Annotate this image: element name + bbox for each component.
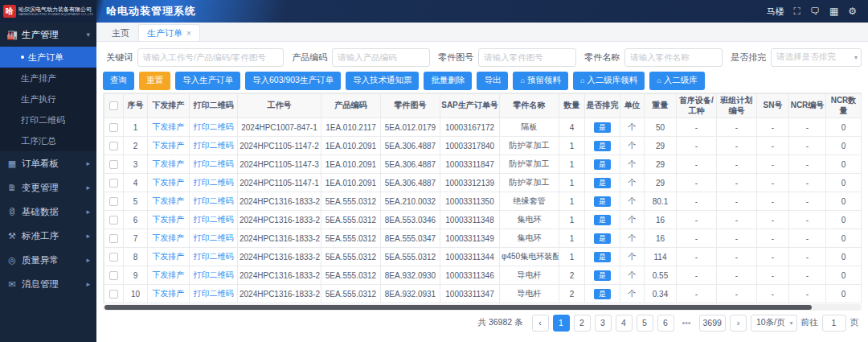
tab-主页[interactable]: 主页: [103, 24, 138, 41]
print-qrcode-link[interactable]: 打印二维码: [190, 211, 238, 229]
filter-select-是否排完[interactable]: 请选择是否排完▾: [771, 48, 862, 67]
page-button-2[interactable]: 2: [574, 315, 591, 332]
print-qrcode-link[interactable]: 打印二维码: [190, 118, 238, 137]
row-checkbox[interactable]: [109, 253, 118, 262]
filter-input-零件图号[interactable]: [478, 48, 576, 67]
dispatch-link[interactable]: 下发排产: [148, 137, 190, 155]
cell-part_no: 8EA.553.0346: [381, 211, 440, 229]
导出-button[interactable]: 导出: [477, 72, 508, 90]
column-header-product_code: 产品编码: [321, 94, 381, 118]
table-row: 7下发排产打印二维码2024HPC1316-1833-25EA.555.0312…: [104, 229, 862, 248]
print-qrcode-link[interactable]: 打印二维码: [190, 174, 238, 192]
row-checkbox[interactable]: [109, 290, 118, 299]
导入生产订单-button[interactable]: 导入生产订单: [175, 72, 240, 90]
重置-button[interactable]: 重置: [139, 72, 170, 90]
cell-first_device: -: [677, 266, 717, 285]
goto-page-input[interactable]: [822, 315, 846, 332]
page-button-•••[interactable]: •••: [678, 315, 695, 332]
dispatch-link[interactable]: 下发排产: [148, 211, 190, 229]
print-qrcode-link[interactable]: 打印二维码: [190, 137, 238, 155]
button-label: 查询: [110, 75, 127, 86]
sidebar-item-订单看板[interactable]: ▦订单看板▸: [0, 151, 96, 175]
sidebar-item-质量异常[interactable]: ◎质量异常▸: [0, 248, 96, 272]
fullscreen-icon[interactable]: ⛶: [793, 6, 800, 17]
入二级库-button[interactable]: ⌂入二级库: [649, 72, 704, 90]
apps-grid-icon[interactable]: ▦: [829, 6, 838, 17]
sidebar-subitem-生产排产[interactable]: 生产排产: [0, 68, 96, 89]
cell-check: [104, 211, 124, 229]
page-button-6[interactable]: 6: [657, 315, 674, 332]
row-checkbox[interactable]: [109, 234, 118, 243]
sidebar-subitem-工序汇总[interactable]: 工序汇总: [0, 130, 96, 151]
row-checkbox[interactable]: [109, 142, 118, 150]
row-checkbox[interactable]: [109, 160, 118, 169]
horizontal-scrollbar[interactable]: [103, 304, 862, 311]
page-button-5[interactable]: 5: [637, 315, 653, 332]
cell-weight: 80.1: [645, 192, 677, 211]
scrollbar-thumb[interactable]: [104, 305, 812, 310]
cell-work_no: 2024HPC1007-847-1: [238, 118, 321, 137]
导入603/903生产订单-button[interactable]: 导入603/903生产订单: [245, 72, 341, 90]
next-page-button[interactable]: ›: [730, 315, 747, 332]
dispatch-link[interactable]: 下发排产: [148, 192, 190, 211]
dispatch-link[interactable]: 下发排产: [148, 285, 190, 303]
page-button-3[interactable]: 3: [595, 315, 612, 332]
sidebar-item-变更管理[interactable]: 🗎变更管理▸: [0, 175, 96, 200]
filter-input-关键词[interactable]: [137, 48, 284, 67]
page-button-3699[interactable]: 3699: [699, 315, 726, 332]
sidebar-item-基础数据[interactable]: 🛢基础数据▸: [0, 200, 96, 224]
cell-seq: 5: [124, 192, 148, 211]
dispatch-link[interactable]: 下发排产: [148, 155, 190, 174]
filter-input-零件名称[interactable]: [624, 48, 723, 67]
导入技术通知票-button[interactable]: 导入技术通知票: [346, 72, 420, 90]
cell-part_name: 防护罩加工: [500, 174, 559, 192]
dispatch-link[interactable]: 下发排产: [148, 266, 190, 285]
print-qrcode-link[interactable]: 打印二维码: [190, 155, 238, 174]
dispatch-link[interactable]: 下发排产: [148, 229, 190, 248]
filter-input-产品编码[interactable]: [332, 48, 430, 67]
print-qrcode-link[interactable]: 打印二维码: [190, 192, 238, 211]
sidebar-item-标准工序[interactable]: ⚒标准工序▸: [0, 224, 96, 248]
print-qrcode-link[interactable]: 打印二维码: [190, 229, 238, 248]
notification-icon[interactable]: 🗨: [810, 6, 820, 17]
cell-sap_no: 10003311349: [440, 229, 500, 248]
dispatch-link[interactable]: 下发排产: [148, 174, 190, 192]
sidebar-subitem-生产订单[interactable]: 生产订单: [0, 47, 96, 68]
预留领料-button[interactable]: ⌂预留领料: [513, 72, 567, 90]
prev-page-button[interactable]: ‹: [532, 315, 549, 332]
cell-qty: 1: [559, 229, 585, 248]
cell-remark: -: [862, 137, 862, 155]
column-header-plan_no: 班组计划编号: [717, 94, 757, 118]
sidebar-menu: 🏭生产管理▾生产订单生产排产生产执行打印二维码工序汇总▦订单看板▸🗎变更管理▸🛢…: [0, 23, 96, 296]
row-checkbox[interactable]: [109, 216, 118, 225]
row-checkbox[interactable]: [109, 197, 118, 206]
cell-work_no: 2024HPC1105-1147-1: [238, 174, 321, 192]
sidebar-item-消息管理[interactable]: ✉消息管理▸: [0, 272, 96, 296]
print-qrcode-link[interactable]: 打印二维码: [190, 266, 238, 285]
查询-button[interactable]: 查询: [103, 72, 134, 90]
page-button-1[interactable]: 1: [553, 315, 570, 332]
print-qrcode-link[interactable]: 打印二维码: [190, 285, 238, 303]
sidebar-subitem-生产执行[interactable]: 生产执行: [0, 89, 96, 109]
dispatch-link[interactable]: 下发排产: [148, 118, 190, 137]
sidebar-subitem-label: 生产执行: [21, 93, 56, 105]
row-checkbox[interactable]: [109, 271, 118, 280]
cell-weight: 29: [645, 155, 677, 174]
入二级库领料-button[interactable]: ⌂入二级库领料: [573, 72, 645, 90]
sidebar-item-生产管理[interactable]: 🏭生产管理▾: [0, 23, 96, 47]
cell-weight: 50: [645, 118, 677, 137]
cell-unit: 个: [620, 137, 645, 155]
username[interactable]: 马楼: [766, 6, 784, 18]
page-size-select[interactable]: 10条/页 ▾: [751, 315, 797, 332]
close-icon[interactable]: ×: [186, 29, 191, 38]
dispatch-link[interactable]: 下发排产: [148, 248, 190, 266]
批量删除-button[interactable]: 批量删除: [424, 72, 472, 90]
print-qrcode-link[interactable]: 打印二维码: [190, 248, 238, 266]
page-button-4[interactable]: 4: [616, 315, 633, 332]
sidebar-subitem-打印二维码[interactable]: 打印二维码: [0, 109, 96, 130]
select-all-checkbox[interactable]: [109, 101, 118, 110]
row-checkbox[interactable]: [109, 123, 118, 132]
tab-生产订单[interactable]: 生产订单×: [138, 24, 200, 41]
row-checkbox[interactable]: [109, 179, 118, 187]
settings-gear-icon[interactable]: ⚙: [848, 6, 857, 17]
